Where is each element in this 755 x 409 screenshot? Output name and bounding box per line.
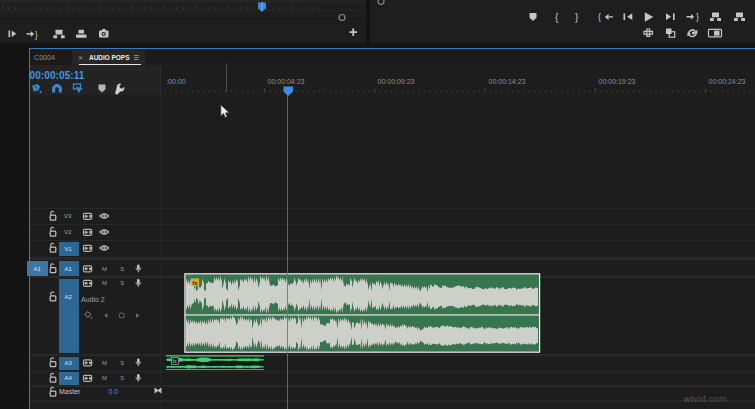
svg-text:fx: fx xyxy=(173,358,177,364)
